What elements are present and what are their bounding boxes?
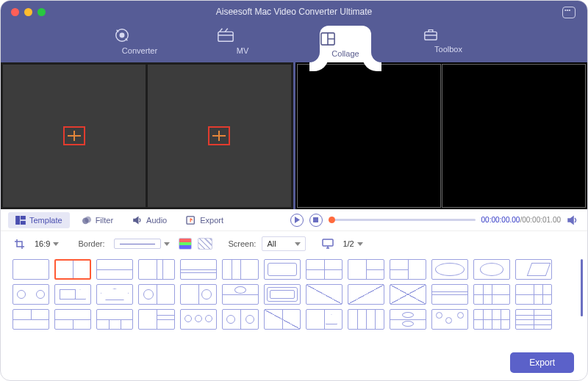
template-tile[interactable] (264, 259, 301, 280)
template-tile[interactable] (515, 309, 552, 330)
preview-slot-1 (298, 65, 440, 207)
nav-label: Converter (122, 46, 157, 55)
tab-export[interactable]: Export (179, 212, 231, 228)
tab-filter[interactable]: Filter (74, 212, 121, 228)
sub-toolbar: Template Filter Audio Export (1, 209, 587, 231)
page-value: 1/2 (343, 239, 354, 248)
player-controls: 00:00:00.00/00:00:01.00 (290, 214, 587, 227)
template-tile[interactable] (306, 284, 343, 305)
template-tile[interactable] (180, 309, 217, 330)
template-tile[interactable] (264, 309, 301, 330)
nav-toolbox[interactable]: Toolbox (423, 27, 474, 62)
stop-button[interactable] (309, 214, 323, 227)
collage-workspace (1, 62, 587, 209)
nav-label: Toolbox (434, 45, 462, 54)
template-tile[interactable] (264, 284, 301, 305)
border-color-button[interactable] (179, 238, 192, 250)
template-tile[interactable] (390, 309, 426, 330)
template-tile[interactable] (431, 309, 468, 330)
template-grid (12, 259, 576, 330)
feedback-icon[interactable] (562, 7, 576, 18)
play-button[interactable] (290, 214, 304, 227)
template-tile[interactable] (390, 259, 426, 280)
template-icon (15, 216, 26, 225)
main-nav: Converter MV Collage (1, 27, 587, 62)
template-tile[interactable] (348, 309, 384, 330)
template-tile[interactable] (306, 259, 343, 280)
chevron-down-icon (53, 242, 59, 246)
collage-slot-1[interactable] (3, 65, 146, 207)
volume-icon[interactable] (567, 215, 578, 225)
template-tile[interactable] (222, 309, 259, 330)
nav-mv[interactable]: MV (217, 27, 268, 62)
nav-converter[interactable]: Converter (114, 27, 165, 62)
template-tile[interactable] (431, 259, 468, 280)
mv-icon (217, 27, 268, 43)
tab-audio[interactable]: Audio (125, 212, 174, 228)
app-title: Aiseesoft Mac Video Converter Ultimate (1, 7, 587, 17)
template-tile[interactable] (138, 284, 175, 305)
template-tile[interactable] (306, 309, 343, 330)
template-tile[interactable] (222, 259, 259, 280)
border-style-select[interactable] (111, 237, 173, 250)
page-select[interactable]: 1/2 (340, 238, 365, 250)
tab-label: Filter (96, 216, 113, 225)
nav-label: Collage (331, 49, 359, 58)
svg-rect-4 (425, 32, 437, 40)
filter-icon (82, 216, 92, 225)
time-current: 00:00:00.00 (481, 216, 520, 224)
add-media-icon (63, 126, 85, 145)
nav-collage[interactable]: Collage (320, 26, 371, 62)
screen-select[interactable]: All (262, 236, 306, 251)
template-tile[interactable] (515, 284, 552, 305)
nav-label: MV (237, 46, 249, 55)
template-tile[interactable] (12, 284, 49, 305)
template-tile[interactable] (54, 259, 91, 280)
svg-rect-6 (21, 216, 26, 219)
template-tile[interactable] (222, 284, 259, 305)
aspect-ratio-select[interactable]: 16:9 (32, 238, 62, 250)
svg-rect-12 (323, 239, 333, 246)
template-tile[interactable] (54, 284, 91, 305)
template-tile[interactable] (96, 259, 133, 280)
seek-slider[interactable] (329, 219, 476, 221)
export-button[interactable]: Export (510, 352, 574, 373)
template-tile[interactable] (96, 284, 133, 305)
template-tile[interactable] (180, 284, 217, 305)
svg-rect-7 (21, 220, 26, 224)
template-tile[interactable] (138, 259, 175, 280)
tab-label: Template (29, 216, 62, 225)
template-tile[interactable] (390, 284, 426, 305)
template-tile[interactable] (12, 259, 49, 280)
collage-slot-2[interactable] (148, 65, 290, 207)
screen-label: Screen: (229, 239, 257, 248)
scrollbar[interactable] (581, 259, 583, 316)
template-tile[interactable] (473, 309, 510, 330)
tab-label: Audio (146, 216, 167, 225)
svg-point-9 (85, 216, 91, 222)
template-tile[interactable] (96, 309, 133, 330)
svg-point-1 (120, 33, 124, 37)
collage-icon (320, 32, 371, 46)
border-pattern-button[interactable] (198, 238, 212, 250)
chevron-down-icon (357, 242, 363, 246)
template-tile[interactable] (12, 309, 49, 330)
border-style-preview (114, 239, 161, 249)
template-tile[interactable] (515, 259, 552, 280)
tab-template[interactable]: Template (8, 212, 70, 228)
template-grid-wrap (1, 256, 587, 330)
template-tile[interactable] (473, 284, 510, 305)
timecode: 00:00:00.00/00:00:01.00 (481, 216, 561, 224)
collage-canvas (1, 62, 293, 209)
template-tile[interactable] (138, 309, 175, 330)
seek-knob[interactable] (329, 217, 335, 223)
template-tile[interactable] (348, 259, 384, 280)
titlebar: Aiseesoft Mac Video Converter Ultimate C… (1, 1, 587, 62)
template-tile[interactable] (54, 309, 91, 330)
template-tile[interactable] (180, 259, 217, 280)
template-tile[interactable] (348, 284, 384, 305)
aspect-ratio-value: 16:9 (35, 239, 50, 248)
template-tile[interactable] (473, 259, 510, 280)
template-tile[interactable] (431, 284, 468, 305)
time-total: 00:00:01.00 (522, 216, 561, 224)
